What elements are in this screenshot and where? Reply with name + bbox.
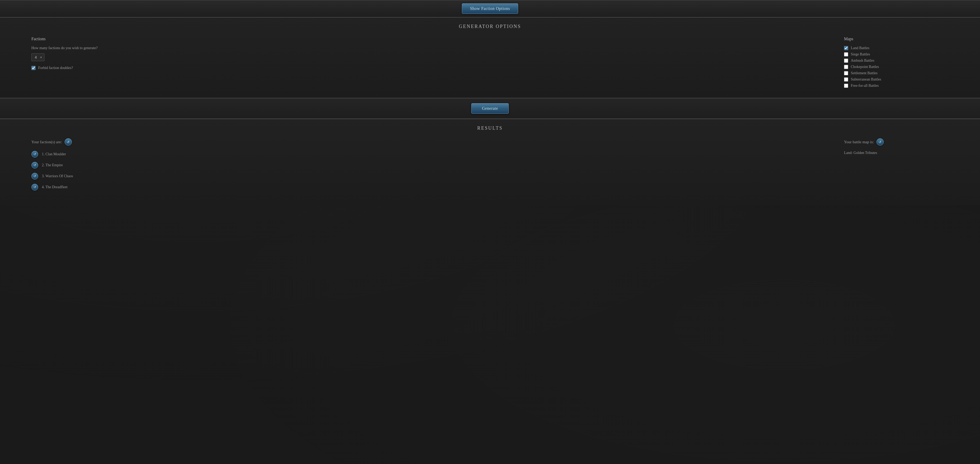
generate-bar: Generate (0, 98, 980, 119)
map-ffa-label[interactable]: Free-for-all Battles (851, 84, 879, 88)
forbid-doubles-row: Forbid faction doubles? (31, 66, 188, 70)
map-option-chokepoint: Chokepoint Battles (844, 65, 879, 69)
map-subterranean-checkbox[interactable] (844, 77, 848, 81)
top-bar: Show Faction Options (0, 0, 980, 17)
battle-map-result-header: Your battle map is: ↺ (844, 138, 949, 146)
map-ambush-label[interactable]: Ambush Battles (851, 59, 874, 63)
faction-2-name: 2. The Empire (42, 163, 63, 167)
faction-3-name: 3. Warriors Of Chaos (42, 174, 73, 178)
faction-4-name: 4. The Dreadfleet (42, 185, 67, 189)
faction-item-1: ↺ 1. Clan Moulder (31, 151, 188, 157)
page-wrapper: Show Faction Options GENERATOR OPTIONS F… (0, 0, 980, 205)
factions-result-header: Your faction(s) are: ↺ (31, 138, 188, 146)
generator-section: GENERATOR OPTIONS Factions How many fact… (0, 17, 980, 98)
refresh-faction-1-button[interactable]: ↺ (31, 151, 38, 157)
map-ambush-checkbox[interactable] (844, 59, 848, 63)
refresh-all-factions-button[interactable]: ↺ (65, 138, 72, 146)
forbid-doubles-checkbox[interactable] (31, 66, 35, 70)
map-siege-checkbox[interactable] (844, 52, 848, 56)
maps-options-list: Land Battles Siege Battles Ambush Battle… (844, 46, 881, 90)
map-ffa-checkbox[interactable] (844, 84, 848, 88)
generator-options-title: GENERATOR OPTIONS (10, 24, 970, 29)
forbid-doubles-label[interactable]: Forbid faction doubles? (38, 66, 73, 70)
refresh-faction-3-button[interactable]: ↺ (31, 173, 38, 180)
faction-1-name: 1. Clan Moulder (42, 152, 66, 156)
map-land-label[interactable]: Land Battles (851, 46, 869, 50)
refresh-battle-map-button[interactable]: ↺ (877, 138, 884, 146)
faction-count-select[interactable]: 1 2 3 4 5 6 7 8 (31, 53, 45, 61)
maps-column: Maps Land Battles Siege Battles Ambush B… (844, 37, 949, 90)
map-siege-label[interactable]: Siege Battles (851, 52, 870, 56)
refresh-faction-4-button[interactable]: ↺ (31, 184, 38, 191)
map-chokepoint-label[interactable]: Chokepoint Battles (851, 65, 879, 69)
map-option-siege: Siege Battles (844, 52, 870, 56)
battle-map-value: Land: Golden Tributes (844, 151, 949, 155)
faction-count-select-wrapper[interactable]: 1 2 3 4 5 6 7 8 (31, 53, 45, 61)
map-subterranean-label[interactable]: Subterranean Battles (851, 77, 881, 81)
map-option-settlement: Settlement Battles (844, 71, 878, 75)
map-land-checkbox[interactable] (844, 46, 848, 50)
options-row: Factions How many factions do you wish t… (10, 37, 970, 90)
map-option-ffa: Free-for-all Battles (844, 84, 879, 88)
show-faction-options-button[interactable]: Show Faction Options (462, 3, 518, 14)
faction-count-row: 1 2 3 4 5 6 7 8 (31, 53, 188, 61)
map-settlement-checkbox[interactable] (844, 71, 848, 75)
factions-result-label: Your faction(s) are: (31, 140, 62, 144)
factions-result-col: Your faction(s) are: ↺ ↺ 1. Clan Moulder… (31, 138, 188, 195)
map-chokepoint-checkbox[interactable] (844, 65, 848, 69)
map-settlement-label[interactable]: Settlement Battles (851, 71, 878, 75)
factions-column: Factions How many factions do you wish t… (31, 37, 188, 73)
results-section: RESULTS Your faction(s) are: ↺ ↺ 1. Clan… (0, 119, 980, 205)
battle-map-col: Your battle map is: ↺ Land: Golden Tribu… (844, 138, 949, 155)
generate-button[interactable]: Generate (471, 103, 509, 114)
results-row: Your faction(s) are: ↺ ↺ 1. Clan Moulder… (10, 138, 970, 195)
results-title: RESULTS (10, 126, 970, 131)
refresh-faction-2-button[interactable]: ↺ (31, 162, 38, 168)
map-option-land: Land Battles (844, 46, 869, 50)
faction-count-question: How many factions do you wish to generat… (31, 46, 188, 50)
map-option-subterranean: Subterranean Battles (844, 77, 881, 81)
map-option-ambush: Ambush Battles (844, 59, 874, 63)
factions-col-title: Factions (31, 37, 188, 41)
faction-item-4: ↺ 4. The Dreadfleet (31, 184, 188, 191)
battle-map-result-label: Your battle map is: (844, 140, 874, 144)
faction-item-3: ↺ 3. Warriors Of Chaos (31, 173, 188, 180)
faction-item-2: ↺ 2. The Empire (31, 162, 188, 168)
maps-col-title: Maps (844, 37, 853, 41)
